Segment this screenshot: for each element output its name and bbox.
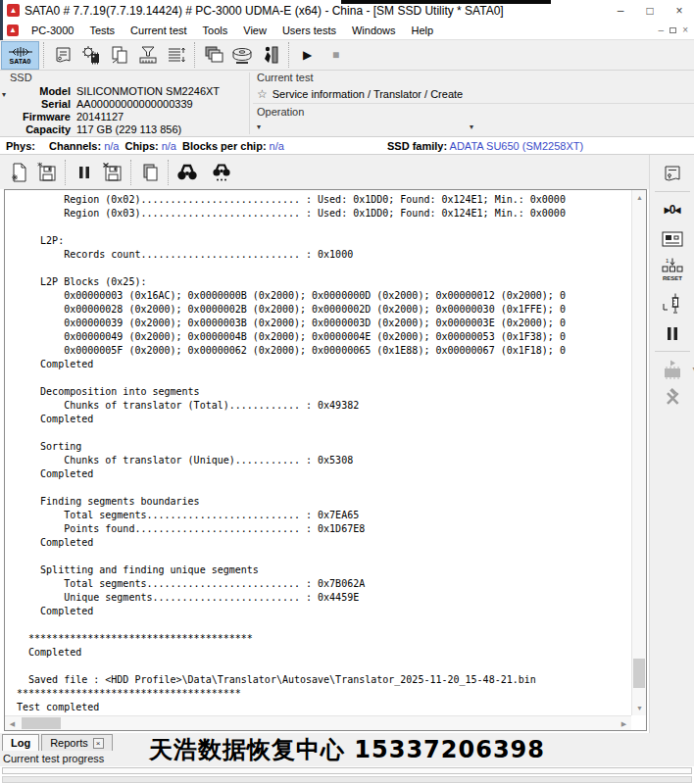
chips-label: Chips: — [124, 140, 158, 152]
play-icon: ▶ — [303, 48, 312, 62]
floppy-cancel-icon — [102, 162, 124, 183]
panel-divider — [253, 103, 694, 104]
reset-icon: 1 RESET — [659, 257, 686, 286]
ssd-serial-row: Serial AA00000000000000339 — [0, 98, 245, 110]
task-list-button[interactable] — [162, 41, 190, 69]
binoculars-icon — [175, 163, 199, 181]
service-tools-button[interactable] — [656, 384, 689, 414]
stop-icon: ■ — [332, 48, 339, 62]
current-test-name: Service information / Translator / Creat… — [273, 88, 463, 100]
stop-test-button[interactable]: ■ — [322, 41, 350, 69]
menu-tools[interactable]: Tools — [195, 23, 236, 38]
channels-value: n/a — [104, 140, 119, 152]
operation-dropdown-icon[interactable]: ▾ — [470, 122, 473, 131]
menu-windows[interactable]: Windows — [344, 23, 404, 38]
run-chip-task-button[interactable]: ▾ — [656, 355, 689, 384]
svg-text:RESET: RESET — [663, 275, 682, 281]
current-test-group-label: Current test — [257, 72, 313, 83]
blocks-per-chip-value: n/a — [270, 140, 284, 152]
chips-value: n/a — [162, 140, 176, 152]
exit-utility-button[interactable] — [256, 41, 284, 69]
copy-pages-icon — [139, 162, 161, 183]
utility-settings-button[interactable] — [76, 41, 105, 69]
maximize-button[interactable]: □ — [635, 1, 665, 20]
horizontal-scroll-thumb[interactable] — [22, 717, 61, 729]
scroll-down-icon[interactable]: ▼ — [632, 701, 647, 715]
menu-tests[interactable]: Tests — [81, 23, 123, 38]
zero-position-icon: ▸0◂ — [665, 203, 680, 217]
mdi-restore-button[interactable] — [669, 27, 676, 33]
operation-dropdown-icon[interactable]: ▾ — [257, 122, 261, 131]
operation-group-label: Operation — [257, 106, 304, 118]
ssd-group-label: SSD — [10, 72, 32, 83]
svg-text:1: 1 — [666, 258, 669, 264]
scroll-left-icon[interactable]: ◀ — [5, 716, 20, 731]
drive-passport-button[interactable] — [48, 41, 76, 69]
sata-port-button[interactable]: SATA0 — [1, 41, 39, 70]
background-window-edge — [341, 0, 551, 4]
progress-bar-total — [2, 776, 692, 783]
menu-bar: ▲ PC-3000 Tests Current test Tools View … — [0, 21, 694, 40]
stacked-windows-icon — [203, 44, 224, 66]
log-toolbar — [0, 155, 649, 189]
drive-resources-button[interactable] — [656, 159, 689, 188]
pause-log-button[interactable] — [70, 159, 98, 186]
menu-pc3000[interactable]: PC-3000 — [24, 23, 81, 38]
scroll-up-icon[interactable]: ▲ — [632, 190, 647, 205]
window-left-edge — [0, 0, 3, 40]
horizontal-scrollbar[interactable]: ◀ ▶ — [5, 715, 631, 730]
gear-chip-icon — [80, 44, 102, 66]
mdi-close-button[interactable]: × — [682, 24, 688, 35]
run-test-button[interactable]: ▶ — [293, 41, 322, 69]
copy-log-button[interactable] — [135, 159, 164, 186]
scroll-report-icon — [52, 44, 74, 66]
mdi-minimize-button[interactable]: – — [659, 24, 665, 35]
watermark-text: 天浩数据恢复中心 15337206398 — [0, 734, 694, 765]
ssd-family-label: SSD family: — [387, 140, 447, 152]
log-text[interactable]: Region (0x02)...........................… — [5, 190, 630, 714]
blocks-per-chip-label: Blocks per chip: — [182, 140, 267, 152]
menu-help[interactable]: Help — [404, 23, 442, 38]
main-toolbar: SATA0 — [0, 40, 694, 71]
menu-current-test[interactable]: Current test — [123, 23, 194, 38]
find-next-button[interactable] — [207, 159, 235, 186]
find-button[interactable] — [173, 159, 201, 186]
data-extractor-button[interactable] — [133, 41, 162, 69]
minimize-button[interactable]: – — [606, 1, 635, 20]
zero-track-button[interactable]: ▸0◂ — [656, 195, 689, 224]
panel-divider — [249, 73, 250, 134]
windows-cascade-button[interactable] — [199, 41, 227, 69]
vertical-scrollbar[interactable]: ▲ ▼ — [631, 190, 646, 715]
scroll-info-icon — [662, 163, 683, 184]
power-inject-button[interactable] — [656, 289, 689, 318]
phys-label: Phys: — [6, 140, 35, 152]
phys-status-bar: Phys: Channels: n/a Chips: n/a Blocks pe… — [0, 136, 694, 155]
ssd-utility-button[interactable] — [227, 41, 256, 69]
pause-rail-button[interactable] — [656, 318, 689, 348]
chip-play-icon — [661, 359, 684, 380]
chip-card-button[interactable] — [656, 224, 689, 254]
save-log-button[interactable] — [32, 159, 61, 186]
mdi-child-icon[interactable]: ▲ — [7, 24, 19, 36]
exit-person-icon — [260, 44, 281, 66]
channels-label: Channels: — [49, 140, 101, 152]
reset-drive-button[interactable]: 1 RESET — [656, 254, 689, 289]
controller-card-icon — [661, 229, 684, 249]
menu-users-tests[interactable]: Users tests — [274, 23, 344, 38]
sorted-list-icon — [166, 44, 187, 66]
sata-bus-icon — [8, 46, 33, 58]
current-test-row: ☆ Service information / Translator / Cre… — [257, 87, 463, 101]
syringe-icon — [661, 292, 684, 316]
funnel-ruler-icon — [137, 44, 159, 66]
scroll-right-icon[interactable]: ▶ — [617, 716, 631, 731]
vertical-scroll-thumb[interactable] — [633, 659, 645, 688]
stop-autosave-button[interactable] — [98, 159, 126, 186]
close-button[interactable]: × — [665, 1, 694, 20]
copy-session-button[interactable] — [105, 41, 133, 69]
new-log-button[interactable] — [4, 159, 32, 186]
log-output-area[interactable]: Region (0x02)...........................… — [4, 189, 647, 731]
menu-view[interactable]: View — [235, 23, 274, 38]
favorite-star-icon[interactable]: ☆ — [257, 87, 268, 101]
ssd-family-value[interactable]: ADATA SU650 (SM2258XT) — [450, 140, 584, 152]
floppy-save-icon — [36, 162, 58, 183]
